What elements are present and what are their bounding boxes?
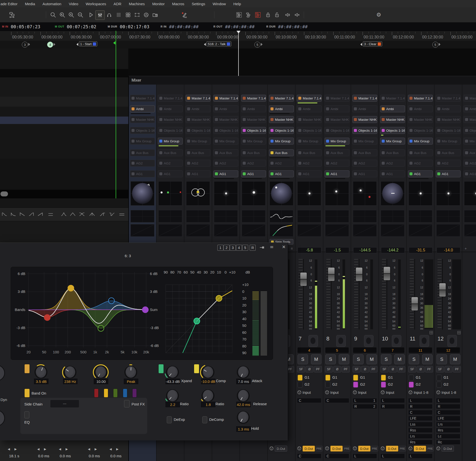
routing-button-master-7-1-4[interactable]: Master 7.1.4 (297, 95, 322, 102)
safe-button[interactable]: SF (325, 366, 333, 372)
pre-fader-listen-button[interactable]: PF (397, 366, 405, 372)
channel-record-button[interactable] (364, 335, 374, 347)
routing-button-ag2[interactable]: AG2 (186, 160, 210, 167)
deexp-checkbox[interactable] (167, 416, 172, 423)
group2-checkbox[interactable] (353, 382, 358, 388)
group1-checkbox[interactable] (325, 375, 330, 381)
group1-checkbox[interactable] (437, 375, 442, 381)
meter-expand-icon[interactable] (430, 331, 433, 334)
routing-button-ambi[interactable]: Ambi (408, 105, 433, 112)
fade-shape-icon-2[interactable] (10, 212, 17, 217)
knob-value[interactable]: 238 Hz (63, 378, 78, 385)
eq-band-handle[interactable] (108, 298, 114, 304)
routing-button-master-nhk[interactable]: Master NHK (464, 116, 476, 123)
routing-button-objects-1-16[interactable]: Objects 1-16 (436, 127, 461, 134)
channel-assign-field[interactable]: C (325, 398, 349, 403)
routing-button-objects-1-16[interactable]: Objects 1-16 (325, 127, 349, 134)
fade-shape-icon-4[interactable] (28, 212, 35, 217)
fader-handle[interactable] (411, 297, 418, 310)
pan-display[interactable] (131, 181, 154, 206)
strip-dynamics-thumbnail[interactable] (214, 224, 238, 237)
eq-band-handle[interactable] (44, 314, 50, 320)
routing-button-ag2[interactable]: AG2 (241, 160, 266, 167)
strip-eq-thumbnail[interactable] (270, 210, 293, 222)
strip-eq-thumbnail[interactable] (325, 210, 349, 222)
plugin-close-icon[interactable]: ✕ (282, 244, 286, 250)
routing-button-aux-bus[interactable]: Aux Bus (325, 149, 349, 156)
fade-shape-icon-5[interactable] (37, 212, 44, 217)
nudge-value[interactable]: 0.0 ms (110, 454, 121, 458)
knob-value[interactable]: 2.2 (165, 401, 180, 408)
strip-dynamics-thumbnail[interactable] (297, 224, 321, 237)
fade-shape-icon-12[interactable] (108, 212, 115, 217)
plugin-band-tab-1[interactable]: 1 (217, 245, 223, 251)
channel-assign-field[interactable]: Lc (436, 434, 460, 439)
group2-checkbox[interactable] (409, 382, 414, 388)
pan-display[interactable] (436, 181, 460, 206)
phase-button[interactable]: Ø (389, 366, 397, 372)
pre-button[interactable]: PRE (427, 446, 434, 451)
clips-boxed-icon[interactable] (235, 10, 243, 19)
routing-button-mix-group[interactable]: Mix Group (269, 138, 294, 145)
nudge-left-icon[interactable]: ◀ (109, 447, 116, 451)
plugin-band-tab-3[interactable]: 3 (230, 245, 236, 251)
nudge-left-icon[interactable]: ◀ (59, 447, 66, 451)
routing-button-objects-1-16[interactable]: Objects 1-16 (213, 127, 238, 134)
track-lane[interactable] (0, 77, 128, 97)
safe-button[interactable]: SF (408, 366, 416, 372)
routing-button-master-nhk[interactable]: Master NHK (241, 116, 266, 123)
channel-assign-field[interactable]: Lss (408, 422, 433, 427)
routing-button-objects-1-16[interactable]: Objects 1-16 (464, 127, 476, 134)
channel-assign-field[interactable]: LFE (436, 416, 460, 421)
channel-assign-field[interactable]: R (408, 404, 433, 409)
pre-fader-listen-button[interactable]: PF (370, 366, 377, 372)
monitor-headphones-icon[interactable] (105, 10, 114, 19)
lock-icon[interactable] (264, 10, 272, 19)
track-lane[interactable] (0, 97, 128, 107)
routing-button-master-nhk[interactable]: Master NHK (130, 116, 155, 123)
channel-assign-field[interactable]: R (380, 404, 405, 409)
knob-control[interactable] (234, 408, 252, 426)
speaker-mute-icon[interactable] (292, 10, 301, 19)
direct-out-button[interactable]: D.Out (414, 446, 426, 452)
nudge-value[interactable]: 0.0 ms (89, 454, 100, 458)
fader-handle[interactable] (384, 267, 390, 280)
side-chain-dropdown[interactable]: --- (50, 400, 79, 407)
routing-button-ag1[interactable]: AG1 (130, 170, 155, 177)
routing-button-ambi[interactable]: Ambi (130, 105, 155, 112)
nudge-left-icon[interactable]: ◀ (8, 447, 14, 451)
meters-icon[interactable] (114, 10, 123, 19)
routing-button-ambi[interactable]: Ambi (436, 105, 461, 112)
strip-dynamics-thumbnail[interactable] (270, 224, 293, 237)
timeline-marker-flag[interactable]: 1 - Start (79, 41, 97, 46)
routing-button-master-nhk[interactable]: Master NHK (325, 116, 349, 123)
pre-fader-listen-button[interactable]: PF (342, 366, 350, 372)
routing-button-ambi[interactable]: Ambi (213, 105, 238, 112)
nudge-arrows[interactable]: ◀▶ (8, 447, 21, 451)
routing-button-master-nhk[interactable]: Master NHK (408, 116, 433, 123)
band-color-swatch[interactable] (24, 364, 30, 373)
nudge-arrows[interactable]: ◀▶ (88, 447, 101, 451)
mute-button[interactable]: M (311, 354, 321, 364)
routing-button-master-nhk[interactable]: Master NHK (380, 116, 405, 123)
pan-display[interactable] (353, 181, 377, 206)
nudge-right-icon[interactable]: ▶ (116, 447, 123, 451)
menu-item-monitor[interactable]: Monitor (152, 2, 165, 6)
post-fx-checkbox[interactable] (124, 400, 130, 407)
routing-button-ambi[interactable]: Ambi (464, 105, 476, 112)
nudge-right-icon[interactable]: ▶ (44, 447, 51, 451)
channel-sub-number[interactable]: 7 (381, 347, 404, 353)
nudge-value[interactable]: 18.1 s (9, 454, 19, 458)
track-lane[interactable] (0, 69, 128, 78)
fader-track[interactable] (414, 259, 415, 330)
timeline-marker-flag[interactable]: S16: 2 - Talk (206, 41, 231, 46)
fader-value[interactable]: -144.5 (353, 247, 377, 253)
dynamics-handle[interactable] (194, 318, 200, 324)
fader-value[interactable]: -5.8 (298, 247, 321, 253)
pan-display[interactable] (408, 181, 432, 206)
channel-record-button[interactable] (420, 335, 429, 347)
fader-track[interactable] (303, 259, 304, 330)
track-lane[interactable] (0, 159, 128, 190)
channel-sub-number[interactable]: 12 (437, 347, 460, 353)
fade-shape-icon-8[interactable] (69, 212, 76, 217)
